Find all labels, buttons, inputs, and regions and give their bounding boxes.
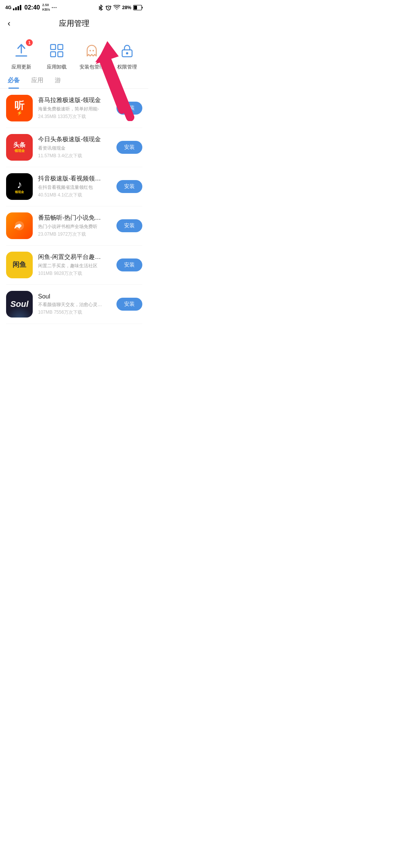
- xianyu-desc: 闲置二手买卖，趣味生活社区: [38, 263, 111, 269]
- svg-point-10: [126, 52, 128, 54]
- package-label: 安装包管理: [80, 64, 104, 70]
- alarm-icon: [105, 5, 112, 11]
- soul-app-icon: Soul: [6, 291, 33, 318]
- fanqie-desc: 热门小说评书相声全场免费听: [38, 223, 111, 230]
- ximalaya-install-button[interactable]: 安装: [116, 102, 142, 115]
- svg-rect-3: [51, 45, 56, 49]
- xianyu-info: 闲鱼-闲置交易平台趣… 闲置二手买卖，趣味生活社区 101MB 9828万次下载: [38, 253, 111, 277]
- ximalaya-meta: 24.35MB 1335万次下载: [38, 113, 111, 120]
- douyin-app-icon: ♪ 领现金: [6, 173, 33, 200]
- douyin-desc: 在抖音看视频省流量领红包: [38, 184, 111, 191]
- grid-icon: [48, 42, 65, 59]
- ximalaya-app-icon: 听 ⚡: [6, 95, 33, 121]
- toutiao-desc: 看资讯领现金: [38, 145, 111, 152]
- package-icon-wrap: [82, 41, 102, 61]
- lock-icon: [119, 42, 135, 59]
- speed-display: 2.50 KB/s: [42, 3, 50, 12]
- app-item-ximalaya: 听 ⚡ 喜马拉雅极速版-领现金 海量免费极速听，简单好用能- 24.35MB 1…: [6, 89, 142, 128]
- ximalaya-name: 喜马拉雅极速版-领现金: [38, 96, 111, 104]
- tab-games[interactable]: 游: [55, 77, 61, 88]
- category-item-package[interactable]: 安装包管理: [74, 41, 110, 70]
- app-item-fanqie: 番茄畅听-热门小说免… 热门小说评书相声全场免费听 23.07MB 1972万次…: [6, 206, 142, 246]
- update-icon-wrap: 1: [11, 41, 31, 61]
- permission-label: 权限管理: [117, 64, 137, 70]
- battery-icon: [133, 5, 143, 10]
- ximalaya-info: 喜马拉雅极速版-领现金 海量免费极速听，简单好用能- 24.35MB 1335万…: [38, 96, 111, 120]
- fanqie-app-icon: [6, 212, 33, 239]
- toutiao-name: 今日头条极速版-领现金: [38, 136, 111, 144]
- permission-icon-wrap: [117, 41, 137, 61]
- update-label: 应用更新: [11, 64, 31, 70]
- app-list: 听 ⚡ 喜马拉雅极速版-领现金 海量免费极速听，简单好用能- 24.35MB 1…: [0, 89, 148, 324]
- fanqie-info: 番茄畅听-热门小说免… 热门小说评书相声全场免费听 23.07MB 1972万次…: [38, 214, 111, 238]
- svg-rect-6: [58, 52, 63, 57]
- svg-point-8: [92, 50, 94, 51]
- fanqie-install-button[interactable]: 安装: [116, 219, 142, 232]
- soul-info: Soul 不看颜值聊天交友，治愈心灵… 107MB 7556万次下载: [38, 293, 111, 316]
- xianyu-app-icon: 闲鱼: [6, 252, 33, 278]
- xianyu-name: 闲鱼-闲置交易平台趣…: [38, 253, 111, 261]
- svg-rect-4: [58, 45, 63, 49]
- tabs: 必备 应用 游: [0, 77, 148, 89]
- app-item-xianyu: 闲鱼 闲鱼-闲置交易平台趣… 闲置二手买卖，趣味生活社区 101MB 9828万…: [6, 246, 142, 285]
- toutiao-install-button[interactable]: 安装: [116, 141, 142, 154]
- signal-type: 4G: [5, 5, 11, 10]
- app-item-douyin: ♪ 领现金 抖音极速版-看视频领… 在抖音看视频省流量领红包 40.51MB 4…: [6, 167, 142, 206]
- dots: ···: [51, 5, 57, 11]
- app-item-soul: Soul Soul 不看颜值聊天交友，治愈心灵… 107MB 7556万次下载 …: [6, 285, 142, 324]
- svg-point-7: [89, 50, 91, 51]
- category-row: 1 应用更新 应用卸载: [0, 33, 148, 77]
- header: ‹ 应用管理: [0, 14, 148, 33]
- ghost-icon: [83, 42, 100, 59]
- douyin-meta: 40.51MB 4.1亿次下载: [38, 192, 111, 198]
- svg-rect-5: [51, 52, 56, 57]
- page-title: 应用管理: [59, 18, 89, 29]
- status-left: 4G 02:40 2.50 KB/s ···: [5, 3, 57, 12]
- category-item-update[interactable]: 1 应用更新: [4, 41, 39, 70]
- bluetooth-icon: [98, 5, 104, 11]
- uninstall-label: 应用卸载: [47, 64, 67, 70]
- toutiao-info: 今日头条极速版-领现金 看资讯领现金 11.57MB 3.4亿次下载: [38, 136, 111, 159]
- soul-install-button[interactable]: 安装: [116, 298, 142, 311]
- time: 02:40: [24, 4, 40, 11]
- uninstall-icon-wrap: [47, 41, 67, 61]
- ximalaya-desc: 海量免费极速听，简单好用能-: [38, 106, 111, 112]
- fanqie-meta: 23.07MB 1972万次下载: [38, 231, 111, 238]
- battery-percent: 28%: [122, 5, 131, 10]
- soul-name: Soul: [38, 293, 111, 300]
- douyin-name: 抖音极速版-看视频领…: [38, 175, 111, 183]
- xianyu-install-button[interactable]: 安装: [116, 258, 142, 271]
- xianyu-meta: 101MB 9828万次下载: [38, 270, 111, 277]
- tab-apps[interactable]: 应用: [31, 77, 43, 88]
- status-bar: 4G 02:40 2.50 KB/s ···: [0, 0, 148, 14]
- update-badge: 1: [26, 39, 33, 46]
- fanqie-icon-svg: [12, 218, 27, 233]
- soul-meta: 107MB 7556万次下载: [38, 309, 111, 316]
- status-right: 28%: [98, 5, 143, 11]
- back-button[interactable]: ‹: [8, 19, 10, 29]
- toutiao-meta: 11.57MB 3.4亿次下载: [38, 153, 111, 159]
- tab-essential[interactable]: 必备: [8, 77, 20, 88]
- category-item-uninstall[interactable]: 应用卸载: [39, 41, 75, 70]
- signal-bars: [13, 5, 21, 10]
- douyin-info: 抖音极速版-看视频领… 在抖音看视频省流量领红包 40.51MB 4.1亿次下载: [38, 175, 111, 198]
- category-item-permission[interactable]: 权限管理: [110, 41, 145, 70]
- svg-rect-2: [134, 6, 137, 10]
- app-item-toutiao: 头条 领现金 今日头条极速版-领现金 看资讯领现金 11.57MB 3.4亿次下…: [6, 128, 142, 167]
- douyin-install-button[interactable]: 安装: [116, 180, 142, 193]
- wifi-icon: [113, 5, 120, 10]
- toutiao-app-icon: 头条 领现金: [6, 134, 33, 161]
- soul-desc: 不看颜值聊天交友，治愈心灵…: [38, 302, 111, 308]
- fanqie-name: 番茄畅听-热门小说免…: [38, 214, 111, 222]
